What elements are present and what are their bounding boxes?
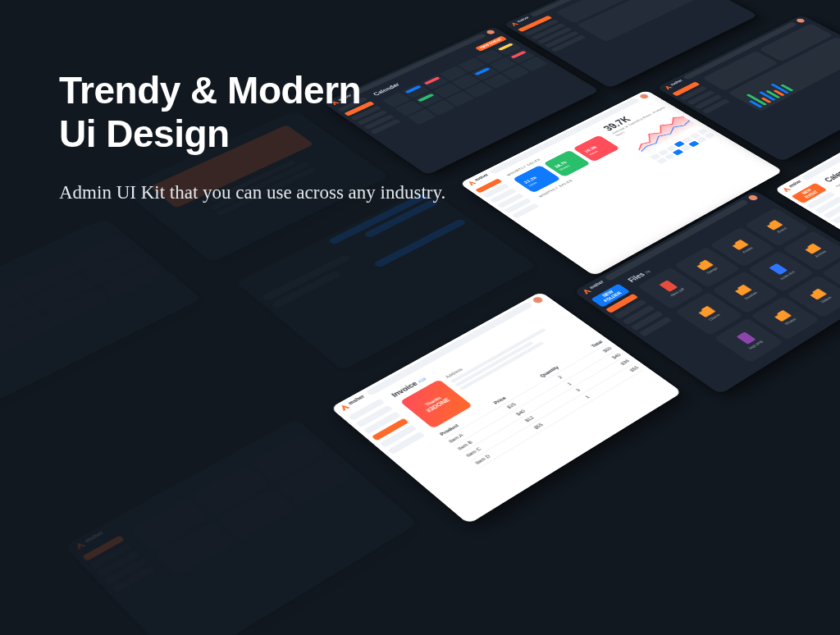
calendar-event[interactable] <box>498 43 514 50</box>
hero-headline: Trendy & Modern Ui Design <box>59 69 445 156</box>
bg-screen-contacts: msher Contacts 79 <box>0 218 202 409</box>
hero-headline-line2: Ui Design <box>59 112 230 155</box>
hero-subhead: Admin UI Kit that you can use across any… <box>59 177 445 208</box>
hero-headline-line1: Trendy & Modern <box>59 69 361 112</box>
bg-screen-bottom-left: msher <box>65 418 418 635</box>
hero-text: Trendy & Modern Ui Design Admin UI Kit t… <box>59 69 445 208</box>
